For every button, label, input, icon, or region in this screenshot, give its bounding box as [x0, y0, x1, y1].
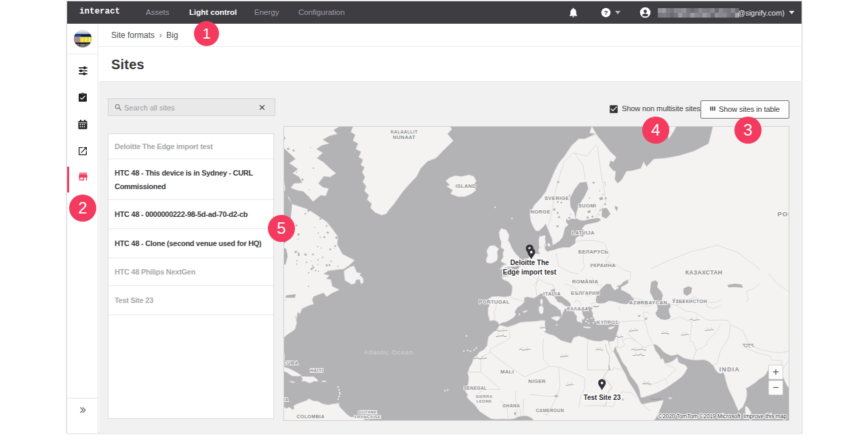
svg-text:Edge import test: Edge import test [503, 268, 557, 276]
svg-text:УКРАИНА: УКРАИНА [590, 262, 616, 268]
svg-text:Deloitte The: Deloitte The [510, 259, 549, 266]
svg-text:ISLAND: ISLAND [456, 183, 477, 189]
svg-text:SUOMI: SUOMI [578, 203, 597, 209]
svg-text:КАЗАХСТАН: КАЗАХСТАН [686, 269, 723, 276]
svg-text:БЕЛАРУСЬ: БЕЛАРУСЬ [578, 249, 609, 255]
svg-text:ROMÂNIA: ROMÂNIA [572, 279, 599, 285]
svg-text:ΚΥΠΡΟΣ: ΚΥΠΡΟΣ [597, 320, 618, 325]
svg-text:AZƏRBAYCAN: AZƏRBAYCAN [629, 300, 667, 306]
svg-text:GUYANE: GUYANE [358, 410, 377, 414]
svg-text:SVERIGE: SVERIGE [545, 195, 569, 201]
svg-text:ЎЗБЕКИСТОН: ЎЗБЕКИСТОН [671, 298, 707, 304]
svg-text:HAITI: HAITI [311, 368, 323, 373]
svg-text:Test Site 23: Test Site 23 [584, 394, 621, 401]
svg-text:INDIA: INDIA [719, 366, 741, 373]
svg-text:БЪЛГАРИЯ: БЪЛГАРИЯ [571, 291, 599, 296]
svg-text:NORGE: NORGE [530, 209, 551, 215]
svg-text:FRANÇAISE: FRANÇAISE [355, 415, 381, 419]
svg-text:Atlantic Ocean: Atlantic Ocean [364, 348, 414, 356]
svg-text:ITALIA: ITALIA [543, 291, 561, 297]
svg-text:ΕΛΛΑΔΑ: ΕΛΛΑΔΑ [567, 306, 589, 311]
svg-text:KALAALLIT: KALAALLIT [391, 129, 418, 134]
svg-text:РОССИЯ: РОССИЯ [778, 210, 789, 218]
svg-text:MALI: MALI [500, 369, 514, 375]
svg-text:CAMEROUN: CAMEROUN [536, 408, 564, 413]
svg-text:SENEGAL: SENEGAL [464, 386, 487, 390]
svg-text:NUNAAT: NUNAAT [393, 134, 416, 140]
svg-text:LEONE: LEONE [477, 399, 492, 403]
svg-text:PANAMA: PANAMA [284, 397, 288, 402]
svg-text:PORTUGAL: PORTUGAL [479, 299, 509, 305]
svg-text:LATVIJA: LATVIJA [572, 230, 595, 236]
svg-text:GHANA: GHANA [502, 403, 520, 408]
svg-text:COLOMBIA: COLOMBIA [296, 414, 324, 419]
svg-text:CUBA: CUBA [284, 361, 298, 365]
svg-text:©2020 TomTom ©2019 Microsoft: ©2020 TomTom ©2019 Microsoft Improve thi… [658, 413, 787, 420]
svg-text:SIERRA: SIERRA [475, 394, 492, 399]
svg-text:?: ? [604, 9, 608, 16]
svg-text:NIGER: NIGER [528, 378, 546, 384]
